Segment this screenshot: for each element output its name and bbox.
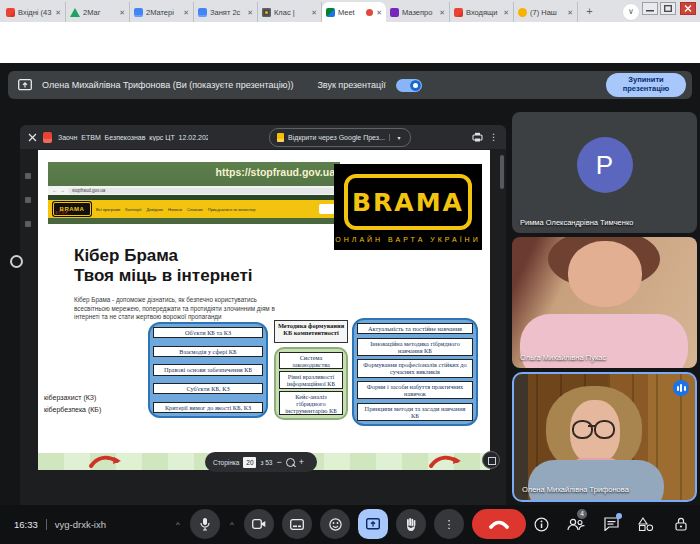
presenter-info-bar: Олена Михайлівна Трифонова (Ви (показуєт…	[8, 71, 692, 99]
participant-tile-tryfonova-speaking[interactable]: Олена Михайлівна Трифонова	[512, 372, 697, 502]
tab-classroom[interactable]: Клас | ✕	[258, 2, 322, 22]
tab-close-icon[interactable]: ✕	[439, 9, 445, 16]
meet-bottom-bar: 16:33 vyg-drxk-ixh ^ ^	[0, 505, 700, 544]
docs-icon	[198, 8, 207, 17]
call-controls: ^ ^ ⋮	[174, 509, 526, 539]
tab-docs-2[interactable]: Занят 2с ✕	[194, 2, 258, 22]
dropdown-chevron-icon[interactable]: ▾	[389, 134, 403, 141]
tab-close-icon[interactable]: ✕	[376, 9, 382, 16]
pdf-file-icon	[43, 132, 52, 143]
diagram-item: Кейс-аналіз гібридного інструментарію КБ	[279, 391, 343, 415]
gmail-icon	[6, 8, 15, 17]
people-panel-button[interactable]: 4	[567, 515, 585, 533]
open-with-label: Відкрити через Google През...	[288, 134, 385, 141]
tab-yellow-app[interactable]: (7) Наш ✕	[514, 2, 578, 22]
pdf-scrollbar[interactable]	[500, 155, 504, 189]
pdf-viewer-header: Заочн_ЕТВМ_Безпекознав_курс ЦТ_12.02.202…	[20, 125, 506, 149]
captions-button[interactable]	[282, 509, 312, 539]
diagram-right-box: Актуальність та постійне навчання Іннова…	[352, 318, 478, 426]
tab-gmail-inbox[interactable]: Вхідні (43 ✕	[2, 2, 66, 22]
close-icon[interactable]	[28, 133, 37, 142]
page-number-input[interactable]: 20	[243, 457, 256, 468]
reactions-button[interactable]	[320, 509, 350, 539]
microphone-button[interactable]	[190, 509, 220, 539]
brama-wordmark: BRAMA	[352, 188, 464, 217]
meet-panels: 4	[532, 515, 690, 533]
participant-tile-pukas[interactable]: Ольга Михайлівна Пукас	[512, 237, 697, 368]
tab-close-icon[interactable]: ✕	[567, 9, 573, 16]
presentation-audio-toggle[interactable]	[396, 79, 422, 92]
divider	[46, 519, 47, 530]
shapes-icon	[638, 517, 654, 531]
diagram-item: Система законодавства	[279, 352, 343, 369]
tab-meet-active[interactable]: Meet ✕	[322, 2, 386, 22]
host-controls-button[interactable]	[672, 515, 690, 533]
window-edge-icon	[25, 197, 31, 203]
tab-close-icon[interactable]: ✕	[247, 9, 253, 16]
diagram-left-box: Об'єкти КБ та КЗ Взаємодія у сфері КБ Пр…	[148, 322, 268, 418]
zoom-in-icon[interactable]: +	[299, 458, 304, 467]
tab-search-button[interactable]: ∨	[622, 3, 640, 21]
participant-video	[528, 460, 664, 502]
camera-icon	[252, 519, 266, 529]
tab-docs-1[interactable]: 2Матері ✕	[130, 2, 194, 22]
viewer-menu-icon[interactable]: ⋮	[489, 132, 498, 142]
diagram-item: Правові основи забезпечення КБ	[153, 364, 263, 375]
present-screen-button-active[interactable]	[358, 509, 388, 539]
tab-close-icon[interactable]: ✕	[119, 9, 125, 16]
diagram-item: Форми і засоби набуття практичних навичо…	[357, 381, 473, 399]
mic-options-chevron[interactable]: ^	[174, 520, 182, 529]
present-screen-icon	[18, 79, 32, 91]
print-icon[interactable]	[472, 132, 483, 142]
call-end-icon	[489, 520, 509, 529]
zoom-lens-icon[interactable]	[286, 458, 295, 467]
chat-notification-dot	[616, 513, 622, 519]
people-icon	[567, 518, 585, 531]
participant-video	[594, 420, 615, 439]
new-tab-button[interactable]: +	[582, 4, 597, 19]
end-call-button[interactable]	[472, 509, 526, 539]
tab-close-icon[interactable]: ✕	[55, 9, 61, 16]
chat-panel-button[interactable]	[602, 515, 620, 533]
tab-purple-app[interactable]: Мазепро ✕	[386, 2, 450, 22]
mini-back-icon: ←	[52, 188, 57, 193]
tab-gmail-2[interactable]: Входящи ✕	[450, 2, 514, 22]
tab-title: Мазепро	[402, 8, 436, 17]
raise-hand-button[interactable]	[396, 509, 426, 539]
meeting-details-button[interactable]	[532, 515, 550, 533]
open-with-dropdown[interactable]: Відкрити через Google През... ▾	[269, 128, 411, 147]
zoom-out-icon[interactable]: −	[277, 458, 282, 467]
diagram-item: Інноваційна методика гібридного навчання…	[357, 338, 473, 356]
participant-tile-tymchenko[interactable]: Р Римма Олександрівна Тимченко	[512, 112, 697, 233]
label-cyberdefense: кіберзахист (КЗ)	[44, 394, 96, 401]
page-label: Сторінка	[213, 459, 239, 466]
window-maximize-button[interactable]	[660, 2, 676, 15]
camera-options-chevron[interactable]: ^	[228, 520, 236, 529]
brama-tagline: ОНЛАЙН ВАРТА УКРАЇНИ	[334, 236, 482, 243]
tab-drive[interactable]: 2Маг ✕	[66, 2, 130, 22]
tab-close-icon[interactable]: ✕	[503, 9, 509, 16]
tab-close-icon[interactable]: ✕	[311, 9, 317, 16]
diagram-item: Об'єкти КБ та КЗ	[153, 327, 263, 338]
participant-video	[572, 420, 593, 439]
participant-video	[588, 425, 596, 427]
label-cybersecurity: кібербезпека (КБ)	[44, 406, 101, 413]
site-search-box	[319, 204, 335, 214]
camera-button[interactable]	[244, 509, 274, 539]
screen: Вхідні (43 ✕ 2Маг ✕ 2Матері ✕ Занят 2с ✕…	[0, 0, 700, 544]
diagram-item: Суб'єкти КБ, КЗ	[153, 383, 263, 394]
tab-close-icon[interactable]: ✕	[183, 9, 189, 16]
participant-video	[568, 241, 642, 307]
tab-title: Занят 2с	[210, 8, 244, 17]
more-options-button[interactable]: ⋮	[434, 509, 464, 539]
fit-page-button[interactable]	[482, 451, 500, 469]
window-close-button[interactable]	[680, 2, 696, 15]
tab-title: 2Матері	[146, 8, 180, 17]
edge-circle-icon	[10, 255, 23, 268]
window-minimize-button[interactable]	[642, 2, 658, 15]
activities-button[interactable]	[637, 515, 655, 533]
stop-presentation-button[interactable]: Зупинити презентацію	[606, 73, 686, 97]
tab-title: 2Маг	[83, 8, 116, 17]
lock-icon	[675, 517, 687, 531]
diagram-item: Актуальність та постійне навчання	[357, 323, 473, 334]
